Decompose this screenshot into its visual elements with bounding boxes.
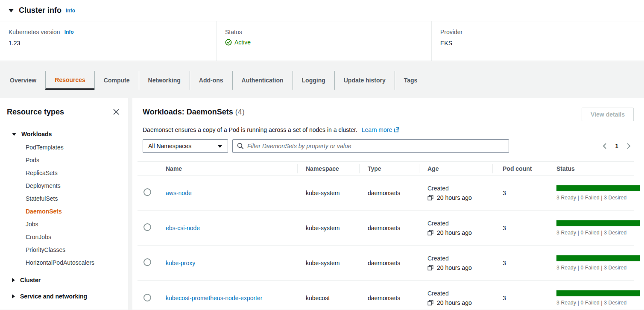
kubernetes-version-value: 1.23 bbox=[9, 40, 208, 47]
tree-group-workloads[interactable]: Workloads bbox=[7, 129, 121, 139]
status-active-icon bbox=[225, 39, 232, 46]
kubernetes-version-info-link[interactable]: Info bbox=[64, 29, 74, 35]
sidebar-item-deployments[interactable]: Deployments bbox=[7, 179, 121, 192]
provider-field: Provider EKS bbox=[431, 21, 644, 61]
sidebar-item-podtemplates[interactable]: PodTemplates bbox=[7, 141, 121, 154]
status-bar bbox=[556, 255, 640, 261]
type-cell: daemonsets bbox=[359, 190, 419, 196]
status-caption: 3 Ready | 0 Failed | 3 Desired bbox=[556, 300, 640, 306]
copy-icon[interactable] bbox=[427, 195, 433, 201]
age-value: 20 hours ago bbox=[437, 229, 472, 236]
tab-compute[interactable]: Compute bbox=[94, 71, 139, 90]
external-link-icon bbox=[394, 127, 400, 133]
daemonsets-count: (4) bbox=[235, 108, 245, 116]
chevron-left-icon[interactable] bbox=[602, 143, 607, 149]
type-cell: daemonsets bbox=[359, 225, 419, 231]
copy-icon[interactable] bbox=[427, 230, 433, 236]
search-icon bbox=[237, 143, 244, 149]
resource-tree: Workloads PodTemplatesPodsReplicaSetsDep… bbox=[7, 129, 121, 301]
namespace-cell: kube-system bbox=[297, 260, 359, 266]
tab-logging[interactable]: Logging bbox=[293, 71, 334, 90]
status-caption: 3 Ready | 0 Failed | 3 Desired bbox=[556, 195, 640, 201]
namespace-cell: kube-system bbox=[297, 190, 359, 196]
tab-resources[interactable]: Resources bbox=[45, 71, 94, 90]
column-header-namespace[interactable]: Namespace bbox=[297, 162, 359, 175]
workloads-items: PodTemplatesPodsReplicaSetsDeploymentsSt… bbox=[7, 141, 121, 269]
sidebar-item-daemonsets[interactable]: DaemonSets bbox=[7, 205, 121, 218]
status-caption: 3 Ready | 0 Failed | 3 Desired bbox=[556, 265, 640, 271]
tab-networking[interactable]: Networking bbox=[139, 71, 190, 90]
column-header-age[interactable]: Age bbox=[419, 162, 492, 175]
kubernetes-version-label: Kubernetes version bbox=[9, 29, 60, 35]
status-cell: 3 Ready | 0 Failed | 3 Desired bbox=[546, 185, 644, 201]
row-select-radio[interactable] bbox=[143, 188, 151, 196]
daemonsets-panel: Workloads: DaemonSets (4) View details D… bbox=[132, 98, 644, 310]
tab-authentication[interactable]: Authentication bbox=[232, 71, 293, 90]
status-cell: 3 Ready | 0 Failed | 3 Desired bbox=[546, 290, 644, 306]
row-select-radio[interactable] bbox=[143, 258, 151, 266]
panel-description: Daemonset ensures a copy of a Pod is run… bbox=[138, 126, 634, 133]
daemonset-name-link[interactable]: ebs-csi-node bbox=[166, 225, 200, 231]
column-header-type[interactable]: Type bbox=[359, 162, 419, 175]
pod-count-cell: 3 bbox=[492, 295, 546, 301]
kubernetes-version-field: Kubernetes version Info 1.23 bbox=[0, 21, 216, 61]
tree-group-cluster[interactable]: Cluster bbox=[7, 275, 121, 285]
learn-more-link[interactable]: Learn more bbox=[362, 126, 400, 133]
pod-count-cell: 3 bbox=[492, 190, 546, 196]
tabs: OverviewResourcesComputeNetworkingAdd-on… bbox=[1, 71, 644, 90]
age-value: 20 hours ago bbox=[437, 264, 472, 271]
table-row: kube-proxy kube-system daemonsets Create… bbox=[138, 246, 634, 281]
collapsed-caret-icon bbox=[12, 294, 15, 298]
sidebar-item-pods[interactable]: Pods bbox=[7, 154, 121, 167]
chevron-right-icon[interactable] bbox=[626, 143, 631, 149]
daemonset-name-link[interactable]: aws-node bbox=[166, 190, 192, 196]
sidebar-item-statefulsets[interactable]: StatefulSets bbox=[7, 192, 121, 205]
search-input[interactable] bbox=[247, 143, 504, 149]
status-label: Status bbox=[225, 29, 423, 35]
sidebar-item-replicasets[interactable]: ReplicaSets bbox=[7, 167, 121, 179]
table-row: aws-node kube-system daemonsets Created … bbox=[138, 175, 634, 211]
tree-group-service-and-networking[interactable]: Service and networking bbox=[7, 291, 121, 301]
pod-count-cell: 3 bbox=[492, 260, 546, 266]
status-caption: 3 Ready | 0 Failed | 3 Desired bbox=[556, 230, 640, 236]
page-number[interactable]: 1 bbox=[615, 143, 618, 149]
type-cell: daemonsets bbox=[359, 260, 419, 266]
cluster-info-card: Cluster info Info Kubernetes version Inf… bbox=[0, 0, 644, 61]
table-header: Name Namespace Type Age Pod count Status bbox=[138, 161, 634, 175]
age-cell: Created 20 hours ago bbox=[419, 220, 492, 236]
row-select-radio[interactable] bbox=[143, 223, 151, 231]
status-bar bbox=[556, 220, 640, 226]
status-field: Status Active bbox=[216, 21, 431, 61]
view-details-button[interactable]: View details bbox=[582, 108, 634, 121]
cluster-tabs-nav: OverviewResourcesComputeNetworkingAdd-on… bbox=[0, 61, 644, 98]
collapsed-caret-icon bbox=[12, 278, 15, 282]
tab-tags[interactable]: Tags bbox=[395, 71, 427, 90]
tree-group-label: Workloads bbox=[21, 131, 52, 137]
sidebar-item-horizontalpodautoscalers[interactable]: HorizontalPodAutoscalers bbox=[7, 256, 121, 269]
tab-add-ons[interactable]: Add-ons bbox=[190, 71, 232, 90]
copy-icon[interactable] bbox=[427, 300, 433, 306]
column-header-name[interactable]: Name bbox=[157, 162, 297, 175]
column-header-pod-count[interactable]: Pod count bbox=[492, 162, 546, 175]
provider-value: EKS bbox=[440, 40, 635, 47]
namespace-filter-select[interactable]: All Namespaces bbox=[143, 139, 228, 153]
cluster-info-info-link[interactable]: Info bbox=[66, 8, 75, 14]
copy-icon[interactable] bbox=[427, 265, 433, 271]
sidebar-item-cronjobs[interactable]: CronJobs bbox=[7, 231, 121, 243]
sidebar-item-jobs[interactable]: Jobs bbox=[7, 218, 121, 231]
tab-overview[interactable]: Overview bbox=[1, 71, 45, 90]
daemonset-name-link[interactable]: kube-proxy bbox=[166, 260, 195, 266]
type-cell: daemonsets bbox=[359, 295, 419, 301]
row-select-radio[interactable] bbox=[143, 294, 151, 301]
tab-update-history[interactable]: Update history bbox=[334, 71, 395, 90]
column-header-status[interactable]: Status bbox=[546, 162, 634, 175]
close-icon[interactable] bbox=[111, 107, 121, 117]
collapse-caret-icon[interactable] bbox=[9, 9, 14, 12]
status-bar bbox=[556, 185, 640, 191]
namespace-cell: kubecost bbox=[297, 295, 359, 301]
sidebar-item-priorityclasses[interactable]: PriorityClasses bbox=[7, 243, 121, 256]
search-box[interactable] bbox=[232, 139, 509, 153]
cluster-info-title: Cluster info bbox=[19, 6, 61, 15]
daemonset-name-link[interactable]: kubecost-prometheus-node-exporter bbox=[166, 295, 262, 301]
page-title: Workloads: DaemonSets (4) bbox=[138, 108, 245, 117]
